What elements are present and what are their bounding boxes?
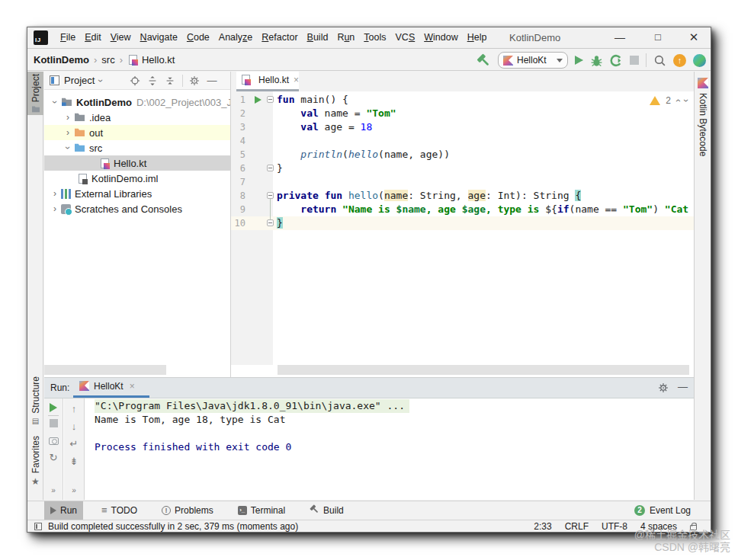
next-warning-icon[interactable]: › — [681, 99, 691, 102]
update-notification-icon[interactable]: ↑ — [673, 54, 686, 67]
fold-marker-icon[interactable] — [267, 165, 274, 171]
dump-threads-icon[interactable] — [49, 437, 59, 445]
stripe-tab-kotlin-bytecode[interactable]: Kotlin Bytecode — [695, 72, 711, 156]
debug-button[interactable] — [590, 54, 603, 67]
status-item-2-33[interactable]: 2:33 — [534, 521, 551, 532]
toolwindow-button-problems[interactable]: !Problems — [156, 501, 220, 520]
up-stacktrace-icon[interactable]: ↑ — [72, 403, 77, 415]
navigation-toolbar: KotlinDemo›src›Hello.kt HelloKt — [27, 50, 711, 71]
event-log[interactable]: 2Event Log — [634, 505, 691, 516]
toolwindow-button-build[interactable]: Build — [303, 501, 350, 520]
tool-window-toggle-icon[interactable] — [34, 523, 42, 530]
left-tool-stripe: Project Structure ▤ Favorites ★ — [27, 72, 43, 500]
toolwindow-button-run[interactable]: Run — [44, 501, 83, 520]
kotlin-icon — [503, 56, 513, 66]
menu-edit[interactable]: Edit — [80, 27, 106, 48]
more-actions-icon[interactable]: » — [72, 485, 76, 497]
breadcrumb-item[interactable]: Hello.kt — [142, 54, 175, 66]
gear-icon[interactable] — [189, 75, 200, 86]
editor-area[interactable]: Hello.kt × 12345678910 fun main() { val … — [231, 72, 694, 377]
menu-navigate[interactable]: Navigate — [136, 27, 182, 48]
down-stacktrace-icon[interactable]: ↓ — [72, 421, 77, 433]
gc-icon[interactable]: ↻ — [50, 452, 58, 464]
chevron-closed-icon[interactable]: › — [62, 127, 74, 138]
chevron-closed-icon[interactable]: › — [49, 203, 61, 214]
gear-icon[interactable] — [658, 382, 669, 393]
more-actions-icon[interactable]: » — [51, 485, 56, 497]
run-console[interactable]: "C:\Program Files\Java\jdk1.8.0_91\bin\j… — [85, 398, 694, 500]
tree-item-out[interactable]: ›out — [44, 125, 230, 140]
menu-refactor[interactable]: Refactor — [257, 27, 302, 48]
menu-window[interactable]: Window — [419, 27, 462, 48]
hide-panel-icon[interactable]: — — [207, 75, 217, 86]
tree-item-src[interactable]: ›src — [44, 140, 230, 155]
tree-item-external-libraries[interactable]: ›External Libraries — [44, 186, 230, 201]
ide-sphere-icon[interactable] — [693, 54, 706, 67]
chevron-open-icon[interactable]: › — [50, 96, 60, 108]
hide-panel-icon[interactable]: — — [678, 378, 688, 396]
line-numbers: 12345678910 — [231, 93, 245, 230]
tree-item-hello-kt[interactable]: Hello.kt — [44, 155, 230, 171]
structure-icon: ▤ — [32, 417, 39, 425]
stop-button[interactable] — [630, 56, 639, 65]
chevron-open-icon[interactable]: › — [63, 142, 73, 154]
fold-marker-icon[interactable] — [267, 192, 274, 199]
editor-tab-hello-kt[interactable]: Hello.kt × — [236, 72, 299, 91]
chevron-closed-icon[interactable]: › — [62, 112, 74, 123]
minimize-button[interactable]: — — [607, 27, 633, 49]
menu-vcs[interactable]: VCS — [391, 27, 420, 48]
tree-item--idea[interactable]: ›.idea — [44, 110, 230, 125]
fold-marker-icon[interactable] — [267, 219, 274, 226]
run-button[interactable] — [575, 56, 583, 65]
menu-tools[interactable]: Tools — [359, 27, 390, 48]
scroll-to-end-icon[interactable]: ⇟ — [70, 456, 79, 468]
menu-file[interactable]: File — [56, 27, 80, 48]
tree-item-scratches-and-consoles[interactable]: ›Scratches and Consoles — [44, 201, 230, 216]
chevron-down-icon[interactable]: › — [95, 76, 106, 85]
run-line-icon[interactable] — [255, 96, 262, 104]
stripe-tab-favorites[interactable]: Favorites ★ — [27, 436, 43, 482]
inspection-widget[interactable]: 2 › › — [650, 95, 688, 106]
run-tab-hellokt[interactable]: HelloKt × — [73, 378, 149, 398]
menu-build[interactable]: Build — [303, 27, 333, 48]
soft-wrap-icon[interactable]: ↵ — [70, 438, 79, 450]
status-item-utf-8[interactable]: UTF-8 — [602, 521, 627, 532]
search-everywhere-icon[interactable] — [653, 54, 666, 67]
stripe-tab-project[interactable]: Project — [27, 72, 43, 115]
menu-run[interactable]: Run — [332, 27, 359, 48]
collapse-all-icon[interactable] — [165, 75, 175, 86]
fold-guide-line — [270, 197, 271, 219]
tool-window-bar: Run≡TODO!Problems›_TerminalBuild2Event L… — [27, 501, 711, 519]
project-hscrollbar[interactable] — [44, 365, 166, 375]
toolwindow-button-terminal[interactable]: ›_Terminal — [232, 501, 291, 520]
tree-item-kotlindemo[interactable]: ›KotlinDemoD:\002_Project\003_J — [44, 94, 230, 110]
menu-view[interactable]: View — [106, 27, 136, 48]
maximize-button[interactable]: □ — [647, 27, 669, 49]
stop-process-button[interactable] — [50, 419, 58, 427]
close-button[interactable]: ✕ — [682, 27, 706, 49]
stripe-tab-structure[interactable]: Structure ▤ — [27, 376, 43, 424]
tree-item-label: src — [89, 142, 102, 154]
menu-analyze[interactable]: Analyze — [214, 27, 257, 48]
run-configuration-select[interactable]: HelloKt — [498, 52, 568, 69]
status-item-crlf[interactable]: CRLF — [565, 521, 589, 532]
warning-count: 2 — [666, 95, 671, 106]
expand-all-icon[interactable] — [147, 75, 158, 86]
fold-marker-icon[interactable] — [267, 96, 274, 103]
run-with-coverage-button[interactable] — [610, 54, 623, 67]
chevron-closed-icon[interactable]: › — [49, 188, 61, 199]
close-tab-icon[interactable]: × — [294, 75, 299, 85]
locate-icon[interactable] — [130, 75, 140, 86]
editor-body[interactable]: 12345678910 fun main() { val name = "Tom… — [231, 91, 694, 365]
console-output: "C:\Program Files\Java\jdk1.8.0_91\bin\j… — [85, 398, 694, 454]
breadcrumb-item[interactable]: KotlinDemo — [34, 54, 89, 66]
menu-code[interactable]: Code — [182, 27, 214, 48]
build-hammer-icon[interactable] — [476, 53, 491, 68]
toolwindow-button-todo[interactable]: ≡TODO — [95, 501, 143, 520]
menu-help[interactable]: Help — [463, 27, 492, 48]
rerun-button[interactable] — [50, 403, 57, 412]
breadcrumb-item[interactable]: src — [101, 54, 114, 66]
editor-hscrollbar[interactable] — [278, 365, 689, 375]
tree-item-kotlindemo-iml[interactable]: KotlinDemo.iml — [44, 171, 230, 186]
close-run-tab-icon[interactable]: × — [130, 381, 135, 392]
